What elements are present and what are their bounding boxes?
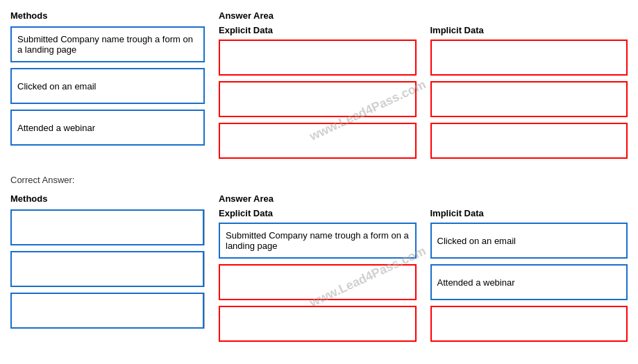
top-method-item-3[interactable]: Attended a webinar xyxy=(10,110,205,146)
top-implicit-col: Implicit Data xyxy=(430,25,628,164)
top-implicit-box-2[interactable] xyxy=(430,81,628,117)
bottom-answer-area: Answer Area Explicit Data Submitted Comp… xyxy=(219,193,628,347)
bottom-explicit-text-1: Submitted Company name trough a form on … xyxy=(226,230,410,251)
bottom-explicit-box-1[interactable]: Submitted Company name trough a form on … xyxy=(219,223,417,259)
bottom-implicit-text-2: Attended a webinar xyxy=(437,277,515,288)
top-methods-column: Methods Submitted Company name trough a … xyxy=(10,10,205,164)
bottom-answer-area-label: Answer Area xyxy=(219,193,628,204)
bottom-answer-columns: Explicit Data Submitted Company name tro… xyxy=(219,208,628,347)
top-answer-area-label: Answer Area xyxy=(219,10,628,21)
top-explicit-box-1[interactable] xyxy=(219,40,417,76)
top-method-text-2: Clicked on an email xyxy=(17,81,96,92)
bottom-implicit-box-1[interactable]: Clicked on an email xyxy=(430,223,628,259)
top-implicit-box-3[interactable] xyxy=(430,123,628,159)
bottom-method-box-3[interactable] xyxy=(10,293,204,329)
top-answer-columns: Explicit Data Implicit Data xyxy=(219,25,628,164)
top-explicit-box-2[interactable] xyxy=(219,81,417,117)
bottom-methods-column: Methods xyxy=(10,193,205,347)
top-methods-label: Methods xyxy=(10,10,205,21)
bottom-explicit-box-3[interactable] xyxy=(219,306,417,342)
top-implicit-box-1[interactable] xyxy=(430,40,628,76)
bottom-explicit-col: Explicit Data Submitted Company name tro… xyxy=(219,208,417,347)
top-explicit-label: Explicit Data xyxy=(219,25,417,35)
bottom-implicit-box-2[interactable]: Attended a webinar xyxy=(430,264,628,300)
top-method-text-1: Submitted Company name trough a form on … xyxy=(17,34,198,55)
bottom-implicit-col: Implicit Data Clicked on an email Attend… xyxy=(430,208,628,347)
bottom-method-box-1[interactable] xyxy=(10,209,204,245)
top-method-item-2[interactable]: Clicked on an email xyxy=(10,68,205,104)
bottom-section: Methods Answer Area Explicit Data Submit… xyxy=(10,193,628,347)
bottom-implicit-box-3[interactable] xyxy=(430,306,628,342)
top-method-item-1[interactable]: Submitted Company name trough a form on … xyxy=(10,26,205,62)
top-explicit-col: Explicit Data xyxy=(219,25,417,164)
bottom-implicit-label: Implicit Data xyxy=(430,208,628,218)
bottom-explicit-label: Explicit Data xyxy=(219,208,417,218)
top-section: Methods Submitted Company name trough a … xyxy=(10,10,628,164)
bottom-explicit-box-2[interactable] xyxy=(219,264,417,300)
top-answer-area: Answer Area Explicit Data Implicit Data xyxy=(219,10,628,164)
bottom-methods-label: Methods xyxy=(10,193,205,204)
top-method-text-3: Attended a webinar xyxy=(17,123,95,133)
correct-answer-label: Correct Answer: xyxy=(10,175,628,185)
top-implicit-label: Implicit Data xyxy=(430,25,628,35)
bottom-implicit-text-1: Clicked on an email xyxy=(437,236,516,246)
top-explicit-box-3[interactable] xyxy=(219,123,417,159)
bottom-method-box-2[interactable] xyxy=(10,251,204,287)
